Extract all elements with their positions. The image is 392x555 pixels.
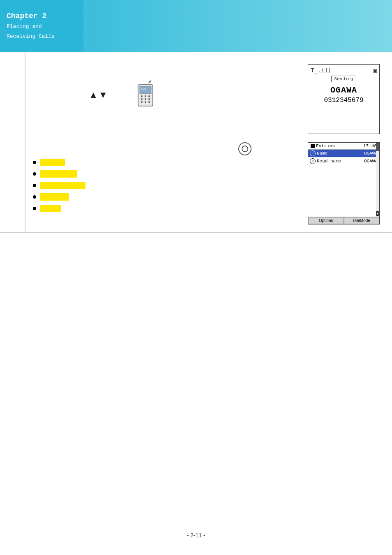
highlight-bar-1 bbox=[40, 159, 65, 166]
battery-icon: ▣ bbox=[374, 67, 377, 74]
page-number: - 2-11 - bbox=[187, 532, 205, 539]
caller-number: 0312345679 bbox=[311, 97, 377, 104]
time-label: 17:40 bbox=[363, 143, 377, 148]
signal-icon: T̲.ill bbox=[311, 67, 331, 74]
highlight-bar-4 bbox=[40, 193, 69, 201]
options-button[interactable]: Options bbox=[308, 217, 344, 224]
main-content: ▲▼ bbox=[0, 52, 392, 555]
left-panel-top: ▲▼ bbox=[0, 52, 247, 138]
read-name-label: Read name bbox=[317, 159, 341, 164]
sending-label: Sending bbox=[331, 76, 356, 82]
bullet-row-5 bbox=[33, 205, 247, 212]
bullet-dot-5 bbox=[33, 207, 36, 210]
scrollbar[interactable]: ▼ bbox=[376, 143, 379, 224]
scrollbar-arrow-down[interactable]: ▼ bbox=[376, 211, 379, 216]
svg-point-5 bbox=[148, 95, 150, 97]
svg-point-11 bbox=[148, 101, 150, 103]
entries-label: Entries bbox=[311, 143, 335, 148]
read-name-row[interactable]: ☺ Read name OGAWA bbox=[308, 157, 379, 165]
display-top-bar: T̲.ill ▣ bbox=[311, 67, 377, 74]
svg-point-9 bbox=[141, 101, 143, 103]
svg-point-3 bbox=[141, 95, 143, 97]
chapter-subtitle-line1: Placing and bbox=[7, 23, 77, 31]
chapter-sidebar: Chapter 2 Placing and Receiving Calls bbox=[0, 0, 83, 52]
bullet-row-1 bbox=[33, 159, 247, 166]
display-bottom-buttons: Options DialMode bbox=[308, 217, 379, 224]
section-top: ▲▼ bbox=[0, 52, 392, 138]
name-label: Name bbox=[317, 151, 327, 156]
svg-point-4 bbox=[145, 95, 146, 97]
chapter-subtitle-line2: Receiving Calls bbox=[7, 32, 77, 41]
chapter-title: Chapter 2 bbox=[7, 12, 77, 21]
highlight-bar-3 bbox=[40, 182, 85, 189]
bullet-dot-4 bbox=[33, 195, 36, 199]
left-panel-bottom bbox=[0, 138, 247, 232]
svg-text:SEND: SEND bbox=[141, 88, 146, 90]
entries-square bbox=[311, 144, 315, 148]
bullet-row-4 bbox=[33, 193, 247, 201]
phone-icon-top: SEND bbox=[133, 81, 158, 109]
phone-display-top: T̲.ill ▣ Sending OGAWA 0312345679 bbox=[308, 64, 380, 134]
dialmode-button[interactable]: DialMode bbox=[344, 217, 380, 224]
svg-point-10 bbox=[145, 101, 146, 103]
scrollbar-thumb bbox=[376, 143, 379, 151]
arrow-keys[interactable]: ▲▼ bbox=[89, 90, 108, 100]
read-name-icon: ☺ bbox=[310, 158, 316, 164]
svg-point-7 bbox=[145, 98, 146, 100]
bullet-dot-3 bbox=[33, 184, 36, 187]
display-header-row: Entries 17:40 bbox=[308, 143, 379, 150]
bullet-dot-2 bbox=[33, 172, 36, 176]
highlight-bar-5 bbox=[40, 205, 61, 212]
phone-svg: SEND bbox=[133, 81, 158, 109]
phone-display-bottom: Entries 17:40 ☺ Name OGAWA ☺ Read name O… bbox=[308, 142, 380, 224]
entries-text: Entries bbox=[316, 143, 335, 148]
svg-point-6 bbox=[141, 98, 143, 100]
highlight-bar-2 bbox=[40, 170, 77, 178]
name-icon: ☺ bbox=[310, 150, 316, 156]
svg-point-8 bbox=[148, 98, 150, 100]
bullet-dot-1 bbox=[33, 161, 36, 164]
name-row[interactable]: ☺ Name OGAWA bbox=[308, 150, 379, 157]
bullet-row-3 bbox=[33, 182, 247, 189]
svg-line-0 bbox=[149, 81, 151, 83]
bullet-row-2 bbox=[33, 170, 247, 178]
header-bar: Chapter 2 Placing and Receiving Calls bbox=[0, 0, 392, 52]
caller-name: OGAWA bbox=[311, 86, 377, 95]
